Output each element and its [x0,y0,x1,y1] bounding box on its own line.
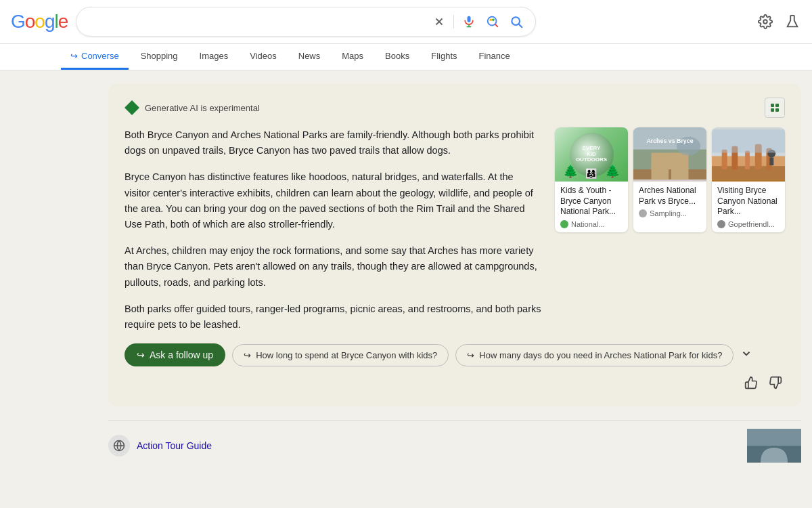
bottom-result-thumbnail [747,429,801,463]
tab-flights[interactable]: Flights [422,44,466,70]
ai-image-card-1[interactable]: EVERYKIDOUTDOORS 🌲 👨‍👩‍👧 🌲 Kids & Y [555,127,628,232]
apps-button[interactable] [784,13,801,30]
ai-image-thumb-3 [712,127,785,182]
svg-rect-15 [652,153,669,179]
thumbs-down-icon [769,376,782,389]
svg-rect-24 [745,151,750,169]
ai-label: Generative AI is experimental [145,103,260,113]
ai-images-row: EVERYKIDOUTDOORS 🌲 👨‍👩‍👧 🌲 Kids & Y [555,127,785,232]
followup-suggestion-2[interactable]: ↪ How many days do you need in Arches Na… [455,344,734,366]
ai-image-info-1: Kids & Youth - Bryce Canyon National Par… [555,182,628,232]
ai-paragraph-2: Bryce Canyon has distinctive features li… [125,169,541,232]
search-bar: what's better for a family with kids und… [76,7,536,37]
suggestion-1-arrow-icon: ↪ [244,350,251,360]
globe-icon [113,440,125,452]
tab-converse[interactable]: ↪ Converse [61,44,129,70]
ai-diamond-icon [125,100,139,115]
ai-paragraph-1: Both Bryce Canyon and Arches National Pa… [125,127,541,158]
tab-shopping[interactable]: Shopping [131,44,187,70]
followup-actions [742,373,785,396]
chevron-down-icon [740,347,752,360]
google-logo: Google [11,11,68,33]
followup-bar: ↪ Ask a follow up ↪ How long to spend at… [125,343,785,396]
flask-icon [785,14,800,29]
settings-icon [758,14,773,29]
ask-followup-button[interactable]: ↪ Ask a follow up [125,343,225,366]
divider [453,15,454,28]
ai-image-title-2: Arches National Park vs Bryce... [639,186,701,207]
microphone-icon [462,15,476,28]
svg-rect-14 [633,169,706,179]
tab-news[interactable]: News [289,44,330,70]
ai-image-card-2[interactable]: Arches vs Bryce Arches National Park vs … [633,127,706,232]
ai-grid-button[interactable] [765,98,785,118]
grid-icon [771,104,779,112]
tab-images[interactable]: Images [190,44,238,70]
source-icon-2 [639,209,647,217]
ai-image-source-2: Sampling... [639,209,701,217]
settings-button[interactable] [757,13,774,30]
ai-image-source-3: Gopetfriendl... [717,220,780,228]
ai-answer-box: Generative AI is experimental Both Bryce… [108,84,801,406]
thumbs-up-icon [744,376,758,389]
suggestions-next-button[interactable] [740,347,752,362]
svg-rect-29 [712,129,785,152]
ai-image-title-1: Kids & Youth - Bryce Canyon National Par… [560,186,623,217]
source-icon-3 [717,220,725,228]
ai-header: Generative AI is experimental [125,98,785,118]
svg-point-10 [763,20,767,24]
suggestion-2-arrow-icon: ↪ [467,350,474,360]
ai-image-info-3: Visiting Bryce Canyon National Park... G… [712,182,785,232]
main-content: Generative AI is experimental Both Bryce… [0,70,812,484]
ai-image-thumb-2: Arches vs Bryce [633,127,706,182]
lens-icon [485,14,500,29]
search-bar-icons [432,13,524,30]
tab-books[interactable]: Books [376,44,419,70]
header: Google what's better for a family with k… [0,0,812,44]
search-button[interactable] [508,14,524,30]
result-thumb-svg [747,429,801,463]
tab-videos[interactable]: Videos [240,44,286,70]
ai-image-info-2: Arches National Park vs Bryce... Samplin… [633,182,706,221]
ai-paragraph-4: Both parks offer guided tours, ranger-le… [125,301,541,333]
nav-tabs: ↪ Converse Shopping Images Videos News M… [0,44,812,70]
ai-paragraph-3: At Arches, children may enjoy the rock f… [125,243,541,291]
ai-content: Both Bryce Canyon and Arches National Pa… [125,127,785,333]
svg-point-7 [492,18,495,21]
header-right [757,13,801,30]
svg-rect-28 [769,157,773,165]
bryce-svg [712,127,785,182]
ai-header-left: Generative AI is experimental [125,100,260,115]
lens-button[interactable] [484,13,501,30]
bottom-result-title[interactable]: Action Tour Guide [137,440,212,451]
close-icon [433,16,445,28]
search-icon [510,15,523,28]
search-input[interactable]: what's better for a family with kids und… [87,16,426,28]
svg-rect-16 [671,153,689,179]
converse-arrow-icon: ↪ [70,51,78,61]
ai-image-thumb-1: EVERYKIDOUTDOORS 🌲 👨‍👩‍👧 🌲 [555,127,628,182]
tab-finance[interactable]: Finance [470,44,520,70]
ai-image-title-3: Visiting Bryce Canyon National Park... [717,186,780,217]
followup-suggestion-1[interactable]: ↪ How long to spend at Bryce Canyon with… [232,344,449,366]
svg-point-6 [490,18,493,21]
followup-arrow-icon: ↪ [137,350,145,360]
clear-button[interactable] [432,14,447,29]
ai-text: Both Bryce Canyon and Arches National Pa… [125,127,541,333]
microphone-button[interactable] [461,14,477,30]
svg-text:Arches vs Bryce: Arches vs Bryce [646,137,693,144]
bottom-result: Action Tour Guide [108,420,801,471]
source-icon-1 [560,220,568,228]
arch-svg: Arches vs Bryce [633,127,706,182]
svg-line-9 [519,24,522,28]
ai-image-card-3[interactable]: Visiting Bryce Canyon National Park... G… [712,127,785,232]
ai-images: EVERYKIDOUTDOORS 🌲 👨‍👩‍👧 🌲 Kids & Y [555,127,785,333]
svg-rect-2 [468,16,471,22]
thumbs-up-button[interactable] [742,373,761,396]
thumbs-down-button[interactable] [766,373,785,396]
ai-image-source-1: National... [560,220,623,228]
tab-maps[interactable]: Maps [332,44,373,70]
result-site-icon [108,435,130,457]
